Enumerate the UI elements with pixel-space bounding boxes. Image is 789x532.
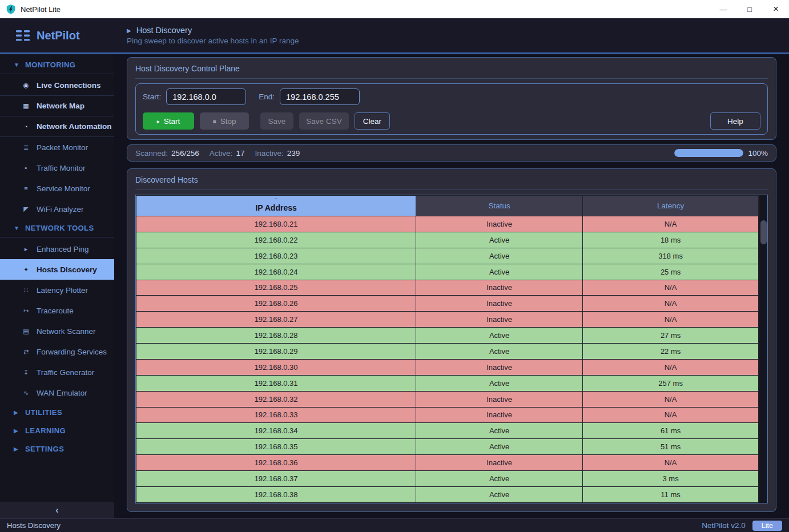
cell-status: Inactive (416, 407, 583, 423)
table-row[interactable]: 192.168.0.28Active27 ms (136, 328, 759, 344)
sidebar-item-network-automation[interactable]: ◔Network Automation (0, 116, 114, 137)
column-label: IP Address (255, 203, 296, 212)
cell-ip-address: 192.168.0.29 (136, 344, 416, 360)
maximize-button[interactable]: □ (736, 0, 763, 18)
sidebar-item-service-monitor[interactable]: ≡Service Monitor (0, 178, 114, 199)
inactive-label: Inactive: (255, 149, 283, 158)
table-row[interactable]: 192.168.0.29Active22 ms (136, 344, 759, 360)
sidebar-item-label: Enhanced Ping (37, 245, 89, 253)
start-ip-input[interactable] (166, 88, 246, 105)
app-shield-icon (6, 4, 16, 14)
sidebar-section-settings[interactable]: ▶SETTINGS (0, 440, 114, 458)
table-row[interactable]: 192.168.0.27InactiveN/A (136, 312, 759, 328)
section-label: UTILITIES (25, 408, 62, 417)
cell-latency: 318 ms (583, 248, 759, 264)
scan-progress-panel: Scanned: 256/256 Active: 17 Inactive: 23… (127, 144, 776, 162)
cell-ip-address: 192.168.0.36 (136, 455, 416, 471)
sidebar-item-network-scanner[interactable]: ▤Network Scanner (0, 321, 114, 341)
table-row[interactable]: 192.168.0.26InactiveN/A (136, 296, 759, 312)
sidebar-item-traffic-generator[interactable]: ↧Traffic Generator (0, 362, 114, 382)
table-row[interactable]: 192.168.0.31Active257 ms (136, 375, 759, 391)
section-label: NETWORK TOOLS (25, 224, 94, 232)
table-row[interactable]: 192.168.0.34Active61 ms (136, 423, 759, 439)
section-label: SETTINGS (25, 445, 64, 453)
help-button[interactable]: Help (710, 112, 760, 130)
table-row[interactable]: 192.168.0.24Active25 ms (136, 264, 759, 280)
table-row[interactable]: 192.168.0.30InactiveN/A (136, 359, 759, 375)
clear-button[interactable]: Clear (355, 112, 390, 130)
cell-status: Active (416, 375, 583, 391)
save-button[interactable]: Save (260, 112, 293, 130)
sidebar-collapse-button[interactable]: ‹ (0, 502, 114, 518)
minimize-button[interactable]: — (710, 0, 736, 18)
statusbar-right: NetPilot v2.0 Lite (702, 521, 782, 531)
cell-latency: N/A (583, 391, 759, 407)
network-map-icon: ▦ (22, 102, 30, 110)
active-label: Active: (210, 149, 233, 158)
cell-latency: N/A (583, 455, 759, 471)
sidebar-item-wifi-analyzer[interactable]: ◤WiFi Analyzer (0, 199, 114, 219)
close-button[interactable]: × (763, 0, 789, 18)
enhanced-ping-icon: ▸ (22, 245, 30, 253)
lite-badge[interactable]: Lite (752, 521, 782, 531)
cell-latency: 11 ms (583, 486, 759, 502)
chevron-down-icon: ▼ (14, 62, 19, 68)
table-row[interactable]: 192.168.0.23Active318 ms (136, 248, 759, 264)
table-scrollbar[interactable] (759, 195, 767, 503)
column-header-latency[interactable]: Latency (583, 196, 759, 216)
end-ip-label: End: (259, 92, 275, 101)
stop-button[interactable]: ■ Stop (200, 112, 249, 130)
cell-latency: N/A (583, 359, 759, 375)
table-row[interactable]: 192.168.0.21InactiveN/A (136, 216, 759, 232)
play-icon: ▸ (157, 118, 160, 124)
sidebar-section-network-tools[interactable]: ▼NETWORK TOOLS (0, 219, 114, 237)
sidebar-item-live-connections[interactable]: ◉Live Connections (0, 75, 114, 96)
divider (135, 78, 768, 79)
sidebar-item-traffic-monitor[interactable]: ▪Traffic Monitor (0, 158, 114, 178)
cell-ip-address: 192.168.0.35 (136, 439, 416, 455)
cell-ip-address: 192.168.0.32 (136, 391, 416, 407)
sidebar-section-learning[interactable]: ▶LEARNING (0, 421, 114, 440)
sidebar-item-hosts-discovery[interactable]: ✦Hosts Discovery (0, 259, 114, 280)
cell-latency: 27 ms (583, 328, 759, 344)
column-header-ip-address[interactable]: ˆ IP Address (136, 196, 416, 216)
table-row[interactable]: 192.168.0.38Active11 ms (136, 486, 759, 502)
sidebar-item-wan-emulator[interactable]: ∿WAN Emulator (0, 382, 114, 403)
table-row[interactable]: 192.168.0.35Active51 ms (136, 439, 759, 455)
sidebar-item-enhanced-ping[interactable]: ▸Enhanced Ping (0, 239, 114, 259)
start-button[interactable]: ▸ Start (143, 112, 194, 130)
cell-ip-address: 192.168.0.26 (136, 296, 416, 312)
table-row[interactable]: 192.168.0.33InactiveN/A (136, 407, 759, 423)
table-row[interactable]: 192.168.0.37Active3 ms (136, 471, 759, 487)
sidebar-item-latency-plotter[interactable]: ∷Latency Plotter (0, 280, 114, 300)
hosts-table-body: 192.168.0.21InactiveN/A192.168.0.22Activ… (136, 216, 759, 503)
table-scrollbar-thumb[interactable] (760, 220, 767, 244)
table-row[interactable]: 192.168.0.22Active18 ms (136, 232, 759, 248)
divider (135, 190, 768, 190)
sidebar-section-utilities[interactable]: ▶UTILITIES (0, 403, 114, 421)
sidebar-item-forwarding-services[interactable]: ⇄Forwarding Services (0, 341, 114, 362)
table-row[interactable]: 192.168.0.32InactiveN/A (136, 391, 759, 407)
sidebar-item-label: Forwarding Services (37, 348, 107, 356)
sidebar-item-packet-monitor[interactable]: ≣Packet Monitor (0, 137, 114, 158)
statusbar-current-tool: Hosts Discovery (7, 521, 61, 530)
cell-latency: 257 ms (583, 375, 759, 391)
save-csv-button[interactable]: Save CSV (299, 112, 349, 130)
sidebar-item-label: Network Map (37, 102, 84, 110)
sidebar-section-monitoring[interactable]: ▼MONITORING (0, 56, 114, 74)
cell-ip-address: 192.168.0.34 (136, 423, 416, 439)
control-plane-form: Start: End: ▸ Start ■ Stop (135, 83, 768, 135)
cell-status: Inactive (416, 280, 583, 296)
scanned-stat: Scanned: 256/256 (135, 149, 199, 158)
sidebar-item-traceroute[interactable]: ↦Traceroute (0, 300, 114, 321)
discovered-hosts-title: Discovered Hosts (127, 169, 776, 190)
scanned-label: Scanned: (135, 149, 168, 158)
column-header-status[interactable]: Status (416, 196, 583, 216)
end-ip-input[interactable] (280, 88, 360, 105)
table-row[interactable]: 192.168.0.25InactiveN/A (136, 280, 759, 296)
table-row[interactable]: 192.168.0.36InactiveN/A (136, 455, 759, 471)
cell-ip-address: 192.168.0.24 (136, 264, 416, 280)
cell-ip-address: 192.168.0.23 (136, 248, 416, 264)
page-header: ▶ Host Discovery Ping sweep to discover … (114, 26, 299, 45)
sidebar-item-network-map[interactable]: ▦Network Map (0, 96, 114, 116)
